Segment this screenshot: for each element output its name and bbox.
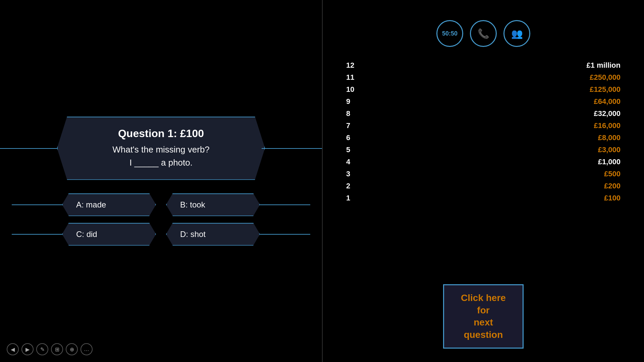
question-title: Question 1: £100 <box>78 127 244 140</box>
right-panel: 50:50 📞 👥 12 £1 million 11 £250,000 10 £… <box>323 0 644 362</box>
ladder-amt-4: £1,000 <box>598 158 621 166</box>
ask-audience-icon: 👥 <box>511 28 523 39</box>
line-d-right <box>260 234 310 235</box>
ladder-amt-11: £250,000 <box>590 73 621 82</box>
ladder-amt-8: £32,000 <box>594 109 621 118</box>
answer-d[interactable]: D: shot <box>166 223 260 246</box>
ladder-num-5: 5 <box>346 145 356 154</box>
question-wrapper: Question 1: £100 What's the missing verb… <box>0 117 322 180</box>
ladder-amt-2: £200 <box>604 182 621 190</box>
question-line-left <box>0 148 60 149</box>
ladder-row-12: 12 £1 million <box>343 60 624 70</box>
ladder-row-10: 10 £125,000 <box>343 84 624 95</box>
lifeline-audience[interactable]: 👥 <box>503 20 530 47</box>
toolbar-edit[interactable]: ✎ <box>36 343 48 355</box>
question-text: What's the missing verb?I _____ a photo. <box>78 143 244 169</box>
ladder-row-9: 9 £64,000 <box>343 97 624 107</box>
ladder-amt-9: £64,000 <box>594 97 621 106</box>
ladder-num-2: 2 <box>346 182 356 190</box>
answer-b[interactable]: B: took <box>166 193 260 216</box>
ladder-num-11: 11 <box>346 73 356 82</box>
toolbar-forward[interactable]: ▶ <box>21 343 34 355</box>
line-b-right <box>260 204 310 205</box>
answer-pair-cd: C: did D: shot <box>62 223 260 246</box>
toolbar-grid[interactable]: ⊞ <box>51 343 63 355</box>
ladder-row-6: 6 £8,000 <box>343 133 624 143</box>
ladder-num-1: 1 <box>346 194 356 202</box>
ladder-num-9: 9 <box>346 97 356 106</box>
question-line-right <box>262 148 322 149</box>
answer-c[interactable]: C: did <box>62 223 156 246</box>
money-ladder: 12 £1 million 11 £250,000 10 £125,000 9 … <box>336 60 631 203</box>
ladder-num-10: 10 <box>346 85 356 94</box>
ladder-amt-10: £125,000 <box>590 85 621 94</box>
ladder-amt-3: £500 <box>604 170 621 178</box>
ladder-row-5: 5 £3,000 <box>343 145 624 155</box>
ladder-amt-12: £1 million <box>587 61 621 70</box>
toolbar-more[interactable]: … <box>80 343 93 355</box>
ladder-num-12: 12 <box>346 61 356 70</box>
ladder-amt-6: £8,000 <box>598 133 621 142</box>
question-box: Question 1: £100 What's the missing verb… <box>57 117 265 180</box>
ladder-row-1: 1 £100 <box>343 193 624 203</box>
ladder-amt-1: £100 <box>604 194 621 202</box>
ladder-num-6: 6 <box>346 133 356 142</box>
ladder-row-2: 2 £200 <box>343 181 624 191</box>
lifeline-phone[interactable]: 📞 <box>470 20 497 47</box>
lifelines: 50:50 📞 👥 <box>436 20 530 47</box>
ladder-num-7: 7 <box>346 121 356 130</box>
ladder-num-3: 3 <box>346 170 356 178</box>
toolbar-zoom[interactable]: ⊕ <box>66 343 78 355</box>
next-question-button[interactable]: Click here fornext question <box>443 284 524 349</box>
ladder-amt-7: £16,000 <box>594 121 621 130</box>
answers-section: A: made B: took C: did D: shot <box>0 193 322 246</box>
line-a-left <box>12 204 62 205</box>
ladder-row-11: 11 £250,000 <box>343 72 624 82</box>
ladder-num-4: 4 <box>346 158 356 166</box>
answer-row-1: A: made B: took <box>0 193 322 216</box>
lifeline-fifty-fifty[interactable]: 50:50 <box>436 20 463 47</box>
ladder-row-8: 8 £32,000 <box>343 109 624 119</box>
ladder-num-8: 8 <box>346 109 356 118</box>
left-panel: Question 1: £100 What's the missing verb… <box>0 0 322 362</box>
answer-row-2: C: did D: shot <box>0 223 322 246</box>
ladder-row-7: 7 £16,000 <box>343 121 624 131</box>
ladder-row-4: 4 £1,000 <box>343 157 624 167</box>
bottom-toolbar: ◀ ▶ ✎ ⊞ ⊕ … <box>7 343 93 355</box>
ladder-row-3: 3 £500 <box>343 169 624 179</box>
phone-friend-icon: 📞 <box>478 28 489 39</box>
toolbar-back[interactable]: ◀ <box>7 343 19 355</box>
answer-pair-ab: A: made B: took <box>62 193 260 216</box>
line-c-left <box>12 234 62 235</box>
ladder-amt-5: £3,000 <box>598 145 621 154</box>
answer-a[interactable]: A: made <box>62 193 156 216</box>
